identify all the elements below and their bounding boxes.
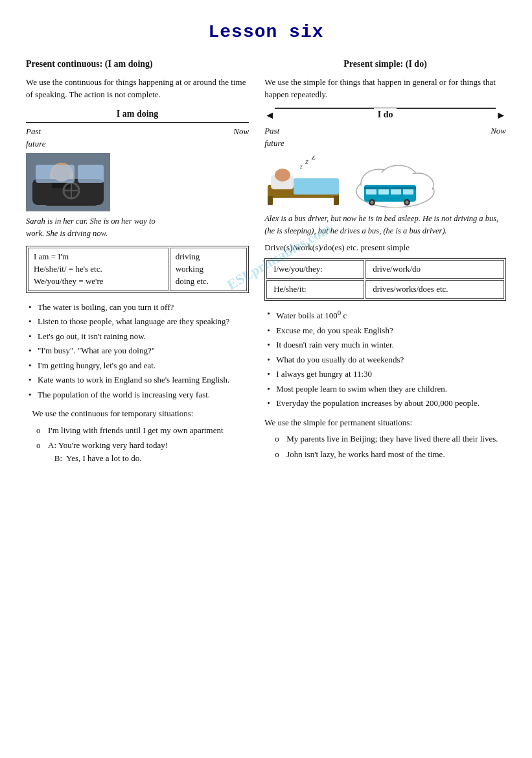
simple-table-row2-verb: drives/works/does etc. — [365, 280, 504, 299]
left-past-now: Pastfuture Now — [26, 126, 249, 150]
images-row: z z z — [264, 152, 506, 207]
right-column: Present simple: (I do) We use the simple… — [264, 58, 506, 468]
right-timeline-row: ◄ I do ► — [264, 108, 506, 123]
right-timeline-label: I do — [374, 108, 397, 121]
left-bullet-2: Listen to those people, what language ar… — [26, 315, 249, 328]
svg-point-14 — [275, 169, 290, 182]
left-bullet-5: I'm getting hungry, let's go and eat. — [26, 359, 249, 372]
left-circle-list: I'm living with friends until I get my o… — [34, 424, 249, 465]
timeline-line: I do — [275, 108, 496, 122]
right-perm-label: We use the simple for permanent situatio… — [264, 416, 506, 429]
svg-text:z: z — [311, 156, 316, 161]
arrow-left-icon: ◄ — [264, 108, 275, 123]
right-bullet-4: What do you usually do at weekends? — [264, 353, 506, 366]
svg-text:z: z — [305, 156, 308, 166]
left-bullet-4: "I'm busy". "What are you doing?" — [26, 344, 249, 357]
right-bullet-6: Most people learn to swim when they are … — [264, 383, 506, 396]
right-section-title: Present simple: (I do) — [264, 58, 506, 71]
temp-situations-label: We use the continuous for temporary situ… — [26, 407, 249, 420]
bed-image: z z z — [264, 156, 342, 207]
right-bullet-1: Water boils at 1000 c — [264, 307, 506, 322]
conjugation-table: I am = I'mHe/she/it/ = he's etc.We/you/t… — [26, 246, 249, 293]
svg-rect-19 — [334, 196, 339, 205]
left-bullets: The water is boiling, can you turn it of… — [26, 301, 249, 401]
left-past-label: Pastfuture — [26, 126, 46, 150]
simple-table-row1-verb: drive/work/do — [365, 260, 504, 279]
sarah-caption: Sarah is in her car. She is on her way t… — [26, 215, 249, 240]
svg-point-37 — [406, 200, 409, 204]
right-circle-1: My parents live in Beijing; they have li… — [272, 432, 506, 445]
left-bullet-6: Kate wants to work in England so she's l… — [26, 373, 249, 386]
right-bullet-2: Excuse me, do you speak English? — [264, 324, 506, 337]
left-bullet-3: Let's go out, it isn't raining now. — [26, 330, 249, 343]
left-timeline-label: I am doing — [26, 108, 249, 123]
conj-right: drivingworkingdoing etc. — [170, 248, 248, 291]
right-bullet-5: I always get hungry at 11:30 — [264, 368, 506, 381]
left-circle-1: I'm living with friends until I get my o… — [34, 424, 249, 437]
simple-table: I/we/you/they: drive/work/do He/she/it: … — [264, 258, 506, 301]
right-bullet-3: It doesn't rain very much in winter. — [264, 338, 506, 351]
left-section-title: Present continuous: (I am doing) — [26, 58, 249, 71]
svg-rect-9 — [36, 165, 75, 183]
svg-rect-33 — [364, 187, 416, 189]
page-title: Lesson six — [26, 19, 506, 46]
svg-point-35 — [371, 200, 374, 204]
drive-label: Drive(s)/work(s)/do(es) etc. present sim… — [264, 242, 506, 254]
svg-rect-13 — [294, 178, 339, 195]
left-circle-2: A: You're working very hard today! B: Ye… — [34, 439, 249, 464]
right-past-now: Pastfuture Now — [264, 125, 506, 150]
right-circle-list: My parents live in Beijing; they have li… — [272, 432, 506, 460]
right-bullet-7: Everyday the population increases by abo… — [264, 397, 506, 410]
car-image — [26, 153, 110, 211]
simple-table-row1-subj: I/we/you/they: — [266, 260, 364, 279]
conj-left: I am = I'mHe/she/it/ = he's etc.We/you/t… — [28, 248, 168, 291]
right-desc: We use the simple for things that happen… — [264, 76, 506, 101]
bus-cloud — [350, 152, 441, 207]
left-bullet-7: The population of the world is increasin… — [26, 388, 249, 401]
right-circle-2: John isn't lazy, he works hard most of t… — [272, 448, 506, 461]
alex-caption: Alex is a bus driver, but now he is in b… — [264, 213, 506, 237]
left-now-label: Now — [233, 126, 249, 150]
right-now-label: Now — [491, 125, 506, 150]
right-bullets: Water boils at 1000 c Excuse me, do you … — [264, 307, 506, 410]
svg-rect-10 — [78, 165, 104, 183]
left-column: Present continuous: (I am doing) We use … — [26, 58, 249, 468]
arrow-right-icon: ► — [496, 108, 506, 123]
svg-text:z: z — [299, 163, 303, 170]
left-desc: We use the continuous for things happeni… — [26, 76, 249, 101]
svg-rect-18 — [268, 196, 273, 205]
right-past-label: Pastfuture — [264, 125, 284, 150]
left-bullet-1: The water is boiling, can you turn it of… — [26, 301, 249, 314]
simple-table-row2-subj: He/she/it: — [266, 280, 364, 299]
